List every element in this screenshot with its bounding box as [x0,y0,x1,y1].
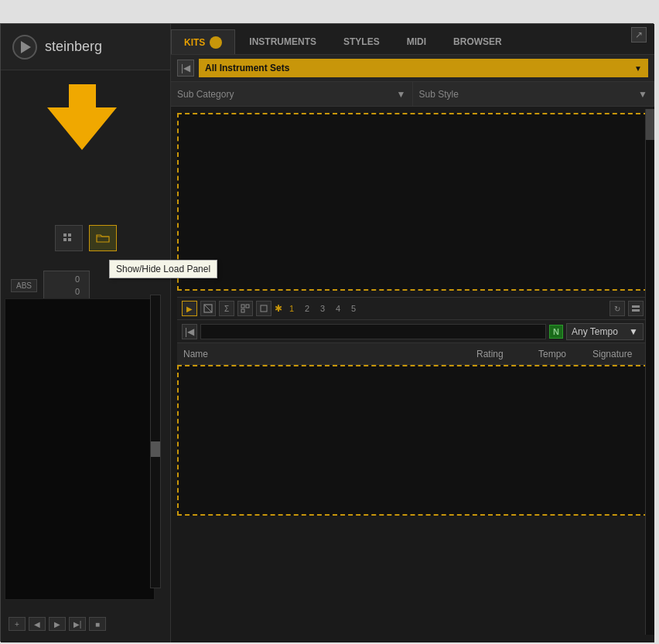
tab-browser[interactable]: BROWSER [440,29,515,54]
svg-rect-10 [241,305,244,308]
end-button[interactable]: ▶| [69,617,86,631]
filter-row: |◀ All Instrument Sets ▼ [171,55,654,82]
search-prev-button[interactable]: |◀ [182,324,197,339]
svg-rect-11 [246,305,249,308]
svg-rect-7 [68,238,71,241]
left-panel: steinberg [1,24,171,642]
sub-category-label: Sub Category [177,89,234,100]
grid-tool-button[interactable] [237,301,253,316]
right-panel: KITS INSTRUMENTS STYLES MIDI BROWSER ↗ |… [171,24,654,642]
abs-value-box: 0 0 [43,271,90,300]
app-window: ▼ QC × steinberg [0,23,654,642]
col-tempo-header[interactable]: Tempo [532,349,586,359]
star-button[interactable]: ✱ [275,303,282,314]
svg-rect-13 [261,305,267,312]
tab-kits-label: KITS [184,37,205,48]
abs-label: ABS [11,279,37,292]
bottom-buttons: + ◀ ▶ ▶| ■ [9,617,106,631]
prev-button[interactable]: ◀ [29,617,46,631]
left-content-area [5,298,155,600]
next-button[interactable]: ▶ [49,617,66,631]
svg-rect-5 [68,233,71,237]
tooltip: Show/Hide Load Panel [109,260,217,278]
add-button[interactable]: + [9,617,26,631]
logo-area: steinberg [1,24,170,70]
sub-category-arrow: ▼ [397,89,406,100]
num-5-button[interactable]: 5 [347,301,360,316]
abs-value1: 0 [49,273,84,285]
grid-icon-button[interactable] [55,225,83,251]
box-tool-button[interactable] [256,301,271,316]
stop-button[interactable]: ■ [89,617,106,631]
num-2-button[interactable]: 2 [301,301,313,316]
tab-midi-label: MIDI [407,36,426,47]
right-scrollbar[interactable] [645,109,654,635]
kits-icon [210,36,222,49]
sum-tool-button[interactable]: Σ [219,301,234,316]
column-headers: Name Rating Tempo Signature [177,343,648,365]
refresh-button[interactable]: ↻ [609,301,625,316]
search-row: |◀ N Any Tempo ▼ [177,320,648,343]
expand-button[interactable]: ↗ [631,27,647,43]
arrow-down [47,107,117,150]
arrow-shaft [69,84,96,107]
svg-rect-14 [632,305,640,308]
vertical-slider[interactable] [150,295,161,588]
tab-styles-label: STYLES [343,36,380,47]
svg-rect-4 [63,233,67,237]
sub-filter-row: Sub Category ▼ Sub Style ▼ [171,82,654,107]
num-4-button[interactable]: 4 [332,301,344,316]
svg-rect-12 [241,309,244,312]
loop-tool-button[interactable] [200,301,216,316]
col-name-header[interactable]: Name [177,349,470,359]
sub-style-label: Sub Style [419,89,459,100]
tab-styles[interactable]: STYLES [330,29,393,54]
abs-value2: 0 [49,285,84,298]
sub-category-select[interactable]: Sub Category ▼ [171,82,413,106]
lower-content-area [177,365,648,516]
tab-instruments[interactable]: INSTRUMENTS [236,29,330,54]
tab-midi[interactable]: MIDI [394,29,439,54]
svg-line-9 [204,305,212,312]
svg-rect-6 [63,238,67,241]
sub-style-select[interactable]: Sub Style ▼ [413,82,655,106]
tab-instruments-label: INSTRUMENTS [249,36,316,47]
logo-text: steinberg [45,39,102,55]
tempo-label: Any Tempo [572,326,618,337]
sub-style-arrow: ▼ [638,89,647,100]
folder-icon-button[interactable] [89,225,117,251]
n-badge: N [549,325,563,339]
col-signature-header[interactable]: Signature [586,349,648,359]
toolbar-row: ▶ Σ ✱ 1 2 [177,297,648,320]
svg-rect-15 [632,309,640,312]
select-arrow-icon: ▼ [634,64,642,73]
upper-content-area [177,113,648,291]
logo-circle [12,35,37,60]
grid-view-button[interactable] [628,301,644,316]
tempo-select[interactable]: Any Tempo ▼ [566,323,644,340]
first-page-button[interactable]: |◀ [177,60,194,77]
tab-kits[interactable]: KITS [171,29,235,54]
arrow-indicator [47,86,117,150]
tab-browser-label: BROWSER [453,36,502,47]
num-3-button[interactable]: 3 [316,301,329,316]
tempo-arrow: ▼ [629,326,638,337]
slider-thumb[interactable] [151,441,160,457]
tabs-bar: KITS INSTRUMENTS STYLES MIDI BROWSER ↗ [171,24,654,55]
play-icon [21,41,31,53]
icons-row [55,225,117,251]
instrument-set-select[interactable]: All Instrument Sets ▼ [199,59,648,77]
play-tool-button[interactable]: ▶ [182,301,197,316]
instrument-set-label: All Instrument Sets [205,63,289,73]
num-1-button[interactable]: 1 [285,301,298,316]
scrollbar-thumb[interactable] [646,109,654,140]
col-rating-header[interactable]: Rating [470,349,532,359]
search-input[interactable] [200,324,546,339]
